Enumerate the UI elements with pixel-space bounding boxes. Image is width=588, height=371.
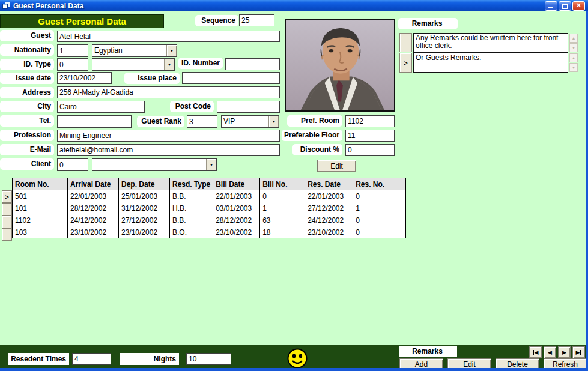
nav-last-button[interactable]: ▶: [572, 346, 585, 358]
table-cell[interactable]: H.B.: [170, 202, 213, 214]
table-cell[interactable]: 22/01/2003: [68, 190, 119, 202]
remark-text[interactable]: Or Guests Remarks.: [413, 53, 568, 73]
table-cell[interactable]: 24/12/2002: [68, 214, 119, 226]
form-title-banner: Guest Personal Data: [0, 14, 164, 28]
table-cell[interactable]: 31/12/2002: [119, 202, 170, 214]
table-cell[interactable]: 0: [260, 190, 305, 202]
nights-input[interactable]: [186, 353, 231, 365]
discount-label: Discount %: [292, 144, 342, 155]
edit-preferences-button[interactable]: Edit: [317, 160, 356, 172]
nights-label: Nights: [120, 353, 179, 365]
table-cell[interactable]: B.B.: [170, 190, 213, 202]
city-input[interactable]: [57, 101, 145, 113]
issue-place-input[interactable]: [182, 72, 280, 84]
table-cell[interactable]: 23/10/2002: [68, 226, 119, 238]
discount-input[interactable]: [345, 144, 395, 156]
scroll-up-icon[interactable]: ▲: [569, 34, 578, 43]
table-cell[interactable]: 1: [260, 202, 305, 214]
table-cell[interactable]: 1: [353, 202, 406, 214]
nav-prev-button[interactable]: ◀: [544, 346, 556, 358]
id-type-combo[interactable]: ▼: [92, 58, 175, 71]
table-row[interactable]: 101 28/12/2002 31/12/2002 H.B. 03/01/200…: [13, 202, 406, 214]
table-cell[interactable]: 63: [260, 214, 305, 226]
chevron-down-icon[interactable]: ▼: [164, 59, 174, 70]
table-cell[interactable]: 22/01/2003: [213, 190, 260, 202]
window-border-right: [586, 11, 588, 368]
table-cell[interactable]: 23/10/2002: [119, 226, 170, 238]
remark-text[interactable]: Any Remarks could be wriittem here for f…: [413, 33, 568, 53]
guest-personal-data-window: Guest Personal Data × Guest Personal Dat…: [0, 0, 588, 371]
guest-photo: [285, 19, 395, 112]
table-cell[interactable]: 23/10/2002: [305, 226, 353, 238]
nationality-combo-value: Egyptian: [92, 45, 166, 56]
id-type-code-input[interactable]: [57, 58, 88, 71]
table-cell[interactable]: 103: [13, 226, 68, 238]
close-button[interactable]: ×: [572, 1, 585, 11]
table-row[interactable]: 501 22/01/2003 25/01/2003 B.B. 22/01/200…: [13, 190, 406, 202]
chevron-down-icon[interactable]: ▼: [166, 45, 177, 56]
nav-next-button[interactable]: ▶: [558, 346, 571, 358]
table-cell[interactable]: 0: [353, 226, 406, 238]
table-cell[interactable]: B.O.: [170, 226, 213, 238]
remark-row-selector[interactable]: >: [399, 53, 412, 73]
table-cell[interactable]: 22/01/2003: [305, 190, 353, 202]
table-cell[interactable]: 27/12/2002: [305, 202, 353, 214]
preferable-floor-input[interactable]: [345, 130, 395, 142]
row-selector-button[interactable]: [2, 228, 12, 241]
table-cell[interactable]: 23/10/2002: [213, 226, 260, 238]
table-row[interactable]: 1102 24/12/2002 27/12/2002 B.B. 28/12/20…: [13, 214, 406, 226]
guest-rank-combo-value: VIP: [222, 116, 268, 127]
remarks-panel-title: Remarks: [398, 18, 458, 29]
scroll-up-icon[interactable]: ▲: [569, 53, 578, 62]
chevron-down-icon[interactable]: ▼: [206, 159, 216, 170]
nav-first-button[interactable]: ◀: [529, 346, 542, 358]
guest-rank-combo[interactable]: VIP ▼: [221, 115, 279, 128]
id-number-input[interactable]: [225, 58, 280, 70]
table-cell[interactable]: 03/01/2003: [213, 202, 260, 214]
table-cell[interactable]: 28/12/2002: [68, 202, 119, 214]
table-cell[interactable]: 0: [353, 190, 406, 202]
post-code-label: Post Code: [170, 101, 214, 112]
id-type-combo-value: [92, 59, 164, 70]
tel-input[interactable]: [57, 115, 132, 128]
table-cell[interactable]: 101: [13, 202, 68, 214]
nationality-code-input[interactable]: [57, 44, 88, 57]
table-cell[interactable]: 0: [353, 214, 406, 226]
guest-rank-code-input[interactable]: [187, 115, 217, 128]
table-cell[interactable]: 28/12/2002: [213, 214, 260, 226]
table-cell[interactable]: 24/12/2002: [305, 214, 353, 226]
guest-input[interactable]: [57, 31, 280, 42]
nationality-combo[interactable]: Egyptian ▼: [92, 44, 177, 57]
maximize-button[interactable]: [559, 1, 571, 11]
table-cell[interactable]: 25/01/2003: [119, 190, 170, 202]
pref-room-input[interactable]: [345, 115, 395, 127]
table-row[interactable]: 103 23/10/2002 23/10/2002 B.O. 23/10/200…: [13, 226, 406, 238]
chevron-down-icon[interactable]: ▼: [268, 116, 279, 127]
email-input[interactable]: [57, 144, 280, 156]
table-cell[interactable]: 27/12/2002: [119, 214, 170, 226]
table-cell[interactable]: 1102: [13, 214, 68, 226]
table-cell[interactable]: B.B.: [170, 214, 213, 226]
remark-row-selector[interactable]: [399, 33, 412, 52]
scroll-down-icon[interactable]: ▼: [569, 43, 578, 52]
row-selector-button[interactable]: >: [2, 190, 12, 203]
profession-input[interactable]: [57, 130, 280, 142]
column-header: Resd. Type: [170, 178, 213, 190]
client-code-input[interactable]: [57, 158, 88, 171]
address-input[interactable]: [57, 86, 280, 98]
smiley-icon: [287, 348, 308, 369]
table-cell[interactable]: 18: [260, 226, 305, 238]
nationality-label: Nationality: [0, 44, 54, 56]
minimize-button[interactable]: [545, 1, 557, 11]
table-cell[interactable]: 501: [13, 190, 68, 202]
post-code-input[interactable]: [217, 101, 280, 113]
column-header: Bill No.: [260, 178, 305, 190]
row-selector-button[interactable]: [2, 216, 12, 228]
resedent-times-input[interactable]: [72, 353, 111, 365]
tel-label: Tel.: [0, 115, 54, 127]
scroll-down-icon[interactable]: ▼: [569, 63, 578, 72]
issue-date-input[interactable]: [57, 72, 112, 84]
client-combo[interactable]: ▼: [92, 158, 217, 171]
sequence-input[interactable]: [239, 14, 274, 26]
row-selector-button[interactable]: [2, 203, 12, 216]
